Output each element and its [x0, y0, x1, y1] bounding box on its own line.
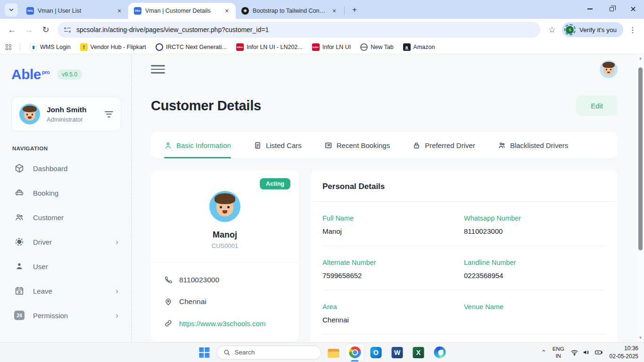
url-text: spcsolar.in/acting-drive/pages/view_cust… [76, 26, 269, 33]
logo-text: Ablepro [11, 66, 50, 82]
sidebar-item-user[interactable]: User [11, 254, 121, 279]
nav-caption: NAVIGATION [12, 146, 121, 151]
start-button[interactable] [196, 344, 214, 361]
bookmark-star-icon[interactable]: ☆ [545, 23, 559, 37]
pro-favicon-icon: PRO [134, 7, 141, 15]
bookmark-label: New Tab [371, 44, 393, 50]
windows-taskbar: Search O W X ⌃ ENGIN 10:3602-05-2025 [0, 342, 644, 362]
hamburger-menu-icon[interactable] [151, 65, 165, 74]
edge-button[interactable] [431, 344, 449, 361]
speaker-icon [582, 348, 590, 356]
search-placeholder: Search [235, 349, 255, 356]
bookmark-vendor-hub[interactable]: fVendor Hub - Flipkart [77, 42, 149, 52]
bookmark-label: WMS Login [40, 44, 71, 50]
customer-profile-card: Acting Manoj CUS0001 8110023000 [151, 170, 299, 342]
clock[interactable]: 10:3602-05-2025 [610, 345, 638, 361]
word-icon: W [392, 347, 403, 358]
sidebar-user-card[interactable]: Jonh Smith Administrator [11, 97, 121, 132]
outlook-button[interactable]: O [367, 344, 385, 361]
location-pin-icon [164, 297, 173, 306]
sidebar: Ablepro v9.5.0 Jonh Smith Administrator … [0, 54, 132, 342]
browser-tab-customer-details[interactable]: PRO Vman | Customer Details ✕ [128, 3, 236, 19]
scrollbar-thumb[interactable] [638, 67, 643, 250]
collapse-filter-icon[interactable] [105, 111, 113, 117]
bookmark-irctc[interactable]: IRCTC Next Generati... [153, 42, 230, 52]
sidebar-item-driver[interactable]: Driver › [11, 230, 121, 254]
browser-menu-icon[interactable]: ⋮ [626, 23, 639, 36]
minimize-button[interactable] [579, 0, 601, 18]
word-button[interactable]: W [388, 344, 406, 361]
windows-logo-icon [199, 347, 210, 358]
document-icon [254, 141, 262, 149]
verify-profile-button[interactable]: s Verify it's you [562, 22, 623, 37]
close-window-button[interactable]: ✕ [622, 0, 644, 18]
chrome-button[interactable] [346, 344, 364, 361]
bookmark-wms-login[interactable]: ▮WMS Login [27, 42, 74, 52]
field-value: 8110023000 [464, 227, 605, 236]
browser-tab-user-list[interactable]: PRO Vman | User List ✕ [21, 3, 128, 19]
bookmarks-bar: ▮WMS Login fVendor Hub - Flipkart IRCTC … [0, 41, 644, 54]
close-tab-icon[interactable]: ✕ [115, 7, 124, 15]
browser-tab-bootstrap-tailwind[interactable]: ✳ Bootstrap to Tailwind Conversio ✕ [236, 3, 343, 19]
tab-blacklisted-drivers[interactable]: Blacklisted Drivers [498, 132, 568, 158]
app-logo[interactable]: Ablepro v9.5.0 [11, 66, 121, 82]
sidebar-item-label: Leave [33, 287, 52, 295]
close-tab-icon[interactable]: ✕ [330, 7, 339, 15]
customer-name: Manoj [151, 230, 299, 240]
close-tab-icon[interactable]: ✕ [223, 7, 231, 15]
reload-button[interactable]: ↻ [39, 23, 53, 37]
taskbar-search[interactable]: Search [217, 346, 322, 360]
topbar-avatar[interactable] [600, 60, 618, 78]
people-group-icon [14, 212, 25, 222]
tab-label: Preferred Driver [425, 141, 475, 149]
window-controls: ✕ [579, 0, 644, 18]
apps-grid-icon[interactable] [6, 44, 11, 50]
edge-icon [434, 346, 446, 358]
field-value: Chennai [322, 316, 464, 324]
tab-listed-cars[interactable]: Listed Cars [254, 132, 302, 158]
tab-preferred-driver[interactable]: Preferred Driver [413, 132, 475, 158]
sidebar-item-dashboard[interactable]: Dashboard [11, 156, 121, 181]
address-bar[interactable]: spcsolar.in/acting-drive/pages/view_cust… [58, 22, 540, 38]
tab-search-button[interactable] [5, 3, 18, 16]
restore-button[interactable] [601, 0, 622, 18]
field-whatsapp-number: Whatsapp Number 8110023000 [464, 214, 605, 236]
bookmark-infor-ln202[interactable]: inforInfor LN UI - LN202... [233, 42, 305, 52]
bookmark-new-tab[interactable]: New Tab [357, 42, 396, 52]
field-full-name: Full Name Manoj [322, 214, 464, 236]
tab-basic-information[interactable]: Basic Information [164, 132, 231, 158]
sidebar-item-booking[interactable]: Booking [11, 181, 121, 205]
excel-button[interactable]: X [410, 344, 428, 361]
version-badge: v9.5.0 [57, 69, 82, 80]
page-scrollbar[interactable]: ▲ ▼ [637, 54, 644, 342]
bookmark-infor-ln-ui[interactable]: inforInfor LN UI [309, 42, 354, 52]
browser-window: PRO Vman | User List ✕ PRO Vman | Custom… [0, 0, 644, 362]
customer-website-link[interactable]: https://www.w3schools.com [179, 320, 265, 328]
language-indicator[interactable]: ENGIN [553, 346, 564, 359]
forward-button[interactable]: → [22, 23, 36, 37]
bookmark-amazon[interactable]: aAmazon [400, 42, 438, 52]
edit-button[interactable]: Edit [576, 96, 618, 116]
site-settings-icon[interactable] [64, 27, 71, 33]
scroll-up-icon[interactable]: ▲ [639, 54, 643, 62]
customer-city-row: Chennai [151, 297, 299, 306]
tray-expand-icon[interactable]: ⌃ [541, 349, 546, 356]
tray-status-icons[interactable] [570, 348, 603, 356]
irctc-favicon-icon [156, 43, 163, 51]
customer-code: CUS0001 [151, 242, 299, 249]
scroll-down-icon[interactable]: ▼ [639, 334, 643, 341]
new-tab-button[interactable]: + [348, 4, 361, 16]
search-icon [223, 349, 231, 356]
sidebar-item-customer[interactable]: Customer [11, 205, 121, 230]
personal-details-panel: Personal Details Full Name Manoj Whatsap… [310, 170, 618, 342]
sidebar-item-label: Booking [33, 189, 58, 197]
sidebar-item-leave[interactable]: Leave › [11, 279, 121, 303]
back-button[interactable]: ← [5, 23, 19, 37]
link-icon [164, 319, 173, 328]
field-value: 7599658652 [322, 272, 464, 280]
person-icon [164, 141, 172, 149]
sidebar-item-permission[interactable]: 24 Permission › [11, 303, 121, 328]
sidebar-item-label: Driver [33, 238, 52, 246]
file-explorer-button[interactable] [325, 344, 343, 361]
tab-recent-bookings[interactable]: Recent Bookings [324, 132, 390, 158]
